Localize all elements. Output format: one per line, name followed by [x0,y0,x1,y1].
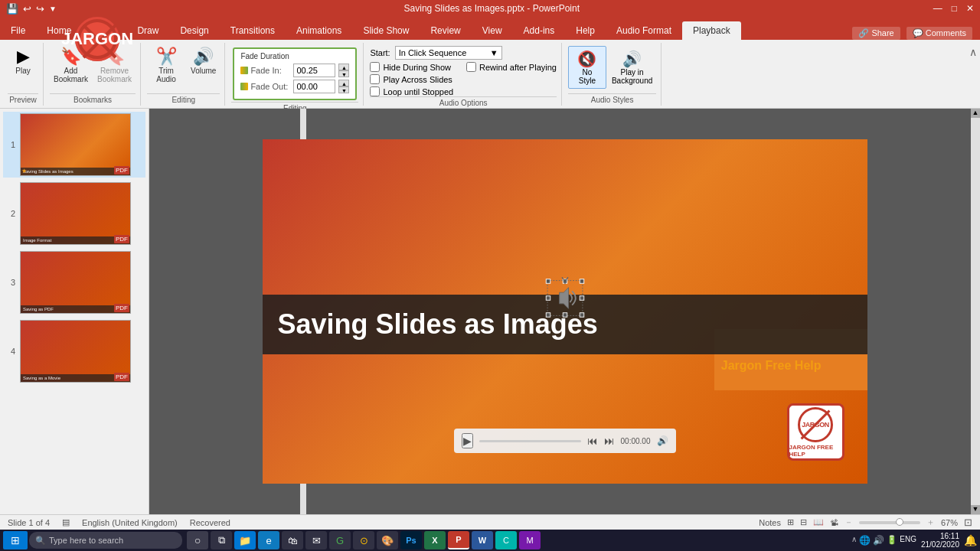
qat-save[interactable]: 💾 [6,3,18,15]
qat-dropdown[interactable]: ▼ [49,5,57,13]
taskbar-excel[interactable]: X [424,531,446,549]
tab-addins[interactable]: Add-ins [513,21,566,40]
fade-in-input[interactable] [293,64,335,77]
store-icon: 🛍 [288,535,298,546]
taskbar-app4[interactable]: M [519,531,541,549]
play-across-slides-option[interactable]: Play Across Slides [370,74,452,84]
slide-thumb-1[interactable]: 1 Saving Slides as Images ★ PDF [3,112,145,178]
fade-in-spinner[interactable]: ▲ ▼ [338,64,349,77]
player-volume[interactable]: 🔊 [657,435,668,446]
scroll-up[interactable]: ▲ [971,109,980,118]
lang-indicator[interactable]: ENG [900,535,916,546]
taskbar-mail[interactable]: ✉ [305,531,327,549]
window-maximize[interactable]: □ [952,3,957,14]
taskbar-store[interactable]: 🛍 [282,531,303,549]
presenter-view-button[interactable]: 📽 [830,518,838,527]
fade-duration-panel: Fade Duration Fade In: ▲ ▼ Fade O [233,47,357,100]
taskbar-edge[interactable]: e [258,531,279,549]
play-across-slides-checkbox[interactable] [370,74,380,84]
player-back-button[interactable]: ⏮ [587,435,598,447]
audio-icon-selected[interactable] [544,277,586,321]
tab-design[interactable]: Design [169,21,219,40]
comments-button[interactable]: 💬 Comments [906,27,972,40]
tab-slideshow[interactable]: Slide Show [352,21,420,40]
taskbar-cortana[interactable]: ○ [187,531,208,549]
window-close[interactable]: ✕ [966,3,974,14]
play-button[interactable]: ▶ Play [8,46,38,77]
notes-button[interactable]: Notes [759,518,781,527]
taskbar-app3[interactable]: C [495,531,517,549]
slide-sorter-button[interactable]: ⊟ [800,517,807,527]
qat-undo[interactable]: ↩ [23,3,31,15]
tab-help[interactable]: Help [565,21,606,40]
hide-during-show-option[interactable]: Hide During Show [370,62,451,72]
rewind-option[interactable]: Rewind after Playing [466,62,557,72]
right-scrollbar[interactable]: ▲ ▼ [971,109,980,514]
fade-in-up[interactable]: ▲ [338,64,349,70]
fade-out-spinner[interactable]: ▲ ▼ [338,80,349,93]
taskbar-explorer[interactable]: 📁 [234,531,256,549]
taskbar-powerpoint[interactable]: P [448,531,469,549]
reading-view-button[interactable]: 📖 [813,517,824,527]
time-date-display[interactable]: 16:11 21/02/2020 [921,532,959,549]
taskbar-task-view[interactable]: ⧉ [211,531,232,549]
slide-img-1: Saving Slides as Images ★ PDF [20,113,131,176]
zoom-in-button[interactable]: ＋ [926,517,935,528]
player-forward-button[interactable]: ⏭ [604,435,615,447]
volume-button[interactable]: 🔊 Volume [187,46,220,77]
app1-icon: G [336,535,344,546]
tray-battery[interactable]: 🔋 [887,535,897,546]
zoom-thumb[interactable] [896,518,903,526]
fade-out-up[interactable]: ▲ [338,80,349,86]
slide-view-toggle[interactable]: ▤ [62,517,70,527]
notification-center[interactable]: 🔔 [964,534,977,546]
tab-animations[interactable]: Animations [286,21,352,40]
taskbar-photoshop[interactable]: Ps [400,531,422,549]
tab-playback[interactable]: Playback [682,21,741,40]
slide-thumb-4[interactable]: 4 Saving as a Movie PDF [3,318,145,384]
normal-view-button[interactable]: ⊞ [787,517,794,527]
taskbar-pinned-icons: ○ ⧉ 📁 e 🛍 ✉ G ⊙ 🎨 Ps X [187,531,541,549]
taskbar-word[interactable]: W [472,531,493,549]
taskbar-app1[interactable]: G [329,531,351,549]
slide-num-1: 1 [5,140,15,149]
status-bar: Slide 1 of 4 ▤ English (United Kingdom) … [0,514,980,530]
tray-network[interactable]: 🌐 [859,535,871,546]
ribbon-collapse[interactable]: ∧ [969,46,977,58]
tab-view[interactable]: View [472,21,513,40]
scroll-down[interactable]: ▼ [971,505,980,514]
fade-out-input[interactable] [293,80,335,93]
share-button[interactable]: 🔗 Share [852,27,900,40]
window-minimize[interactable]: — [933,3,942,14]
qat-redo[interactable]: ↪ [36,3,44,15]
tray-up[interactable]: ∧ [851,535,857,546]
play-in-background-button[interactable]: 🔊 Play inBackground [608,46,656,89]
slide-thumb-3[interactable]: 3 Saving as PDF PDF [3,249,145,315]
slide-canvas[interactable]: Saving Slides as Images Jargon Free Help [263,139,867,484]
fade-out-down[interactable]: ▼ [338,86,349,93]
zoom-slider[interactable] [859,521,920,524]
fade-in-down[interactable]: ▼ [338,70,349,77]
taskbar-chrome[interactable]: ⊙ [353,531,374,549]
start-button[interactable]: ⊞ [3,531,28,549]
zoom-out-button[interactable]: － [844,517,853,528]
zoom-level[interactable]: 67% [941,518,958,527]
start-select[interactable]: In Click Sequence ▼ [395,46,502,60]
taskbar-app2[interactable]: 🎨 [377,531,398,549]
rewind-checkbox[interactable] [466,62,476,72]
taskbar-search[interactable]: 🔍 Type here to search [29,532,182,549]
tab-file[interactable]: File [0,21,36,40]
no-style-button[interactable]: 🔇 NoStyle [568,46,606,89]
loop-until-stopped-checkbox[interactable] [370,86,380,96]
tray-volume[interactable]: 🔊 [873,535,884,546]
trim-audio-button[interactable]: ✂️ TrimAudio [147,46,185,86]
slide-thumb-2[interactable]: 2 Image Format PDF [3,181,145,246]
player-progress-bar[interactable] [479,440,581,442]
fit-slide-button[interactable]: ⊡ [964,517,972,528]
tab-audioformat[interactable]: Audio Format [606,21,682,40]
loop-until-stopped-option[interactable]: Loop until Stopped [370,86,453,96]
hide-during-show-checkbox[interactable] [370,62,380,72]
tab-review[interactable]: Review [420,21,471,40]
tab-transitions[interactable]: Transitions [220,21,286,40]
player-play-button[interactable]: ▶ [462,433,473,448]
